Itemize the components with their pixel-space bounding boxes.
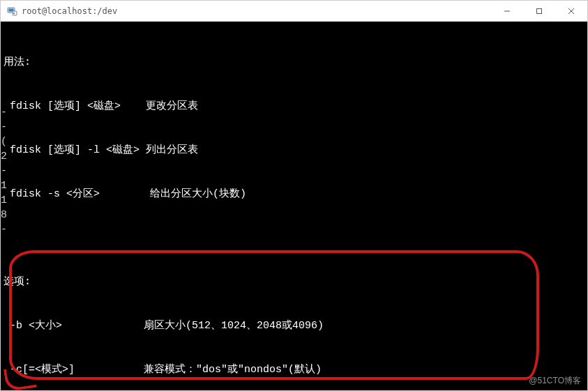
gutter-char: 8: [1, 208, 12, 222]
red-highlight-annotation: [9, 250, 539, 380]
titlebar: root@localhost:/dev: [1, 1, 587, 22]
usage-line: fdisk -s <分区> 给出分区大小(块数): [3, 187, 585, 201]
gutter-char: (: [1, 135, 12, 149]
minimize-button[interactable]: [491, 1, 523, 22]
gutter-char: 1: [1, 193, 12, 208]
svg-rect-4: [537, 8, 542, 13]
usage-line: fdisk [选项] -l <磁盘> 列出分区表: [3, 143, 585, 158]
options-header: 选项:: [3, 275, 585, 289]
gutter-char: 2: [1, 149, 12, 164]
maximize-button[interactable]: [523, 1, 555, 22]
line-gutter: --(2-118-: [1, 105, 12, 237]
usage-header: 用法:: [3, 55, 585, 70]
gutter-char: -: [1, 222, 12, 237]
gutter-char: 1: [1, 178, 12, 193]
option-line: -c[=<模式>] 兼容模式："dos"或"nondos"(默认): [3, 362, 585, 377]
watermark: @51CTO博客: [529, 375, 581, 387]
gutter-char: -: [1, 120, 12, 135]
app-icon: [6, 6, 17, 17]
option-line: -b <大小> 扇区大小(512、1024、2048或4096): [3, 319, 585, 333]
terminal-area[interactable]: 用法: fdisk [选项] <磁盘> 更改分区表 fdisk [选项] -l …: [1, 22, 587, 390]
blank-line: [3, 231, 585, 245]
gutter-char: -: [1, 105, 12, 120]
window-title: root@localhost:/dev: [22, 6, 117, 16]
close-button[interactable]: [555, 1, 587, 22]
terminal-window: root@localhost:/dev 用法: fdisk [选项] <磁盘> …: [0, 0, 588, 391]
gutter-char: -: [1, 164, 12, 178]
usage-line: fdisk [选项] <磁盘> 更改分区表: [3, 99, 585, 114]
